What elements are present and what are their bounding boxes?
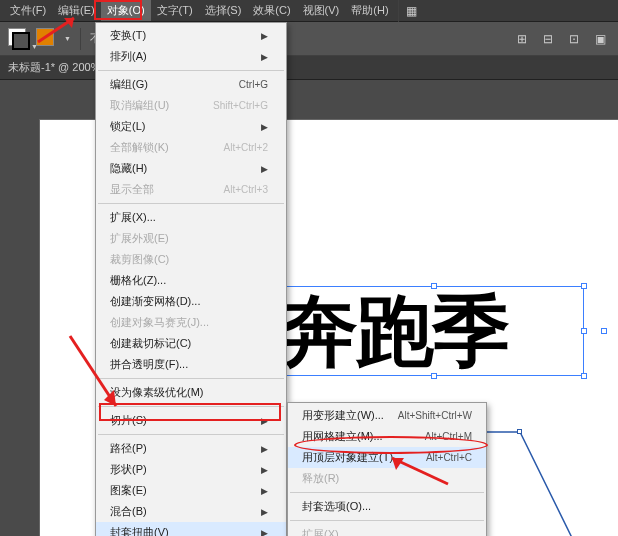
menu-item[interactable]: 创建渐变网格(D)... [96,291,286,312]
menu-separator [98,203,284,204]
submenu-arrow-icon: ▶ [261,528,268,537]
menu-item-label: 创建裁切标记(C) [110,336,191,351]
submenu-item[interactable]: 用网格建立(M)...Alt+Ctrl+M [288,426,486,447]
menu-file[interactable]: 文件(F) [4,0,52,21]
menu-item-label: 切片(S) [110,413,147,428]
submenu-arrow-icon: ▶ [261,444,268,454]
menu-item[interactable]: 设为像素级优化(M) [96,382,286,403]
app-bar-icon[interactable]: ▦ [402,1,422,21]
menu-shortcut: Alt+Ctrl+3 [224,184,268,195]
menu-item-label: 裁剪图像(C) [110,252,169,267]
menu-separator [98,434,284,435]
menu-item-label: 隐藏(H) [110,161,147,176]
submenu-arrow-icon: ▶ [261,486,268,496]
options-bar: ▼ ▼ 不透明度: ▼ ◉ ⊞ ⊟ ⊡ ▣ [0,22,618,56]
menu-item-label: 混合(B) [110,504,147,519]
menu-item-label: 扩展(X)... [110,210,156,225]
menu-effect[interactable]: 效果(C) [247,0,296,21]
envelope-distort-submenu: 用变形建立(W)...Alt+Shift+Ctrl+W用网格建立(M)...Al… [287,402,487,536]
menu-shortcut: Alt+Ctrl+2 [224,142,268,153]
menu-shortcut: Alt+Ctrl+C [426,452,472,463]
submenu-item[interactable]: 用变形建立(W)...Alt+Shift+Ctrl+W [288,405,486,426]
menu-item[interactable]: 隐藏(H)▶ [96,158,286,179]
menu-item[interactable]: 切片(S)▶ [96,410,286,431]
menu-item-label: 显示全部 [110,182,154,197]
menu-item-label: 封套扭曲(V) [110,525,169,536]
submenu-arrow-icon: ▶ [261,31,268,41]
submenu-item-label: 用变形建立(W)... [302,408,384,423]
submenu-item[interactable]: 封套选项(O)... [288,496,486,517]
menu-item-label: 排列(A) [110,49,147,64]
menu-shortcut: Alt+Ctrl+M [425,431,472,442]
submenu-item-label: 扩展(X) [302,527,339,536]
transform-icon[interactable]: ▣ [590,29,610,49]
selection-bounds [284,286,584,376]
submenu-item-label: 封套选项(O)... [302,499,371,514]
menu-item-label: 创建对象马赛克(J)... [110,315,209,330]
submenu-item-label: 释放(R) [302,471,339,486]
bounds-handle[interactable] [581,373,587,379]
menu-item[interactable]: 形状(P)▶ [96,459,286,480]
align-icon[interactable]: ⊞ [512,29,532,49]
submenu-arrow-icon: ▶ [261,122,268,132]
menu-item[interactable]: 锁定(L)▶ [96,116,286,137]
menu-edit[interactable]: 编辑(E) [52,0,101,21]
submenu-item-label: 用网格建立(M)... [302,429,383,444]
menu-separator [98,378,284,379]
submenu-arrow-icon: ▶ [261,465,268,475]
menu-separator [98,70,284,71]
menu-item-label: 锁定(L) [110,119,145,134]
stroke-color-swatch[interactable] [36,28,58,50]
bounds-handle[interactable] [581,328,587,334]
menu-item-label: 栅格化(Z)... [110,273,166,288]
menu-item-label: 图案(E) [110,483,147,498]
menu-item[interactable]: 拼合透明度(F)... [96,354,286,375]
fill-stroke-swatch[interactable]: ▼ [8,28,30,50]
submenu-arrow-icon: ▶ [261,507,268,517]
submenu-item: 释放(R) [288,468,486,489]
menu-separator [98,406,284,407]
menu-item[interactable]: 排列(A)▶ [96,46,286,67]
menu-object[interactable]: 对象(O) [101,0,151,21]
menu-item: 取消编组(U)Shift+Ctrl+G [96,95,286,116]
object-menu-dropdown: 变换(T)▶排列(A)▶编组(G)Ctrl+G取消编组(U)Shift+Ctrl… [95,22,287,536]
menu-separator [290,492,484,493]
align-icon[interactable]: ⊟ [538,29,558,49]
align-icon[interactable]: ⊡ [564,29,584,49]
submenu-item[interactable]: 用顶层对象建立(T)Alt+Ctrl+C [288,447,486,468]
menu-item[interactable]: 扩展(X)... [96,207,286,228]
menu-item[interactable]: 栅格化(Z)... [96,270,286,291]
menu-item[interactable]: 封套扭曲(V)▶ [96,522,286,536]
menu-item[interactable]: 创建裁切标记(C) [96,333,286,354]
menu-shortcut: Alt+Shift+Ctrl+W [398,410,472,421]
menu-shortcut: Ctrl+G [239,79,268,90]
menu-item[interactable]: 路径(P)▶ [96,438,286,459]
document-tab[interactable]: 未标题-1* @ 200% [8,60,100,75]
menu-view[interactable]: 视图(V) [297,0,346,21]
submenu-item: 扩展(X) [288,524,486,536]
bounds-handle-extend[interactable] [601,328,607,334]
menu-item-label: 全部解锁(K) [110,140,169,155]
document-tabs: 未标题-1* @ 200% [0,56,618,80]
menu-item[interactable]: 变换(T)▶ [96,25,286,46]
menu-help[interactable]: 帮助(H) [345,0,394,21]
menu-item: 显示全部Alt+Ctrl+3 [96,179,286,200]
menu-item-label: 变换(T) [110,28,146,43]
bounds-handle[interactable] [431,283,437,289]
menu-item[interactable]: 混合(B)▶ [96,501,286,522]
menu-item: 创建对象马赛克(J)... [96,312,286,333]
menu-item[interactable]: 图案(E)▶ [96,480,286,501]
anchor-point[interactable] [517,429,522,434]
submenu-arrow-icon: ▶ [261,416,268,426]
menu-item[interactable]: 编组(G)Ctrl+G [96,74,286,95]
submenu-arrow-icon: ▶ [261,164,268,174]
menubar-separator [398,0,399,22]
bounds-handle[interactable] [581,283,587,289]
menu-type[interactable]: 文字(T) [151,0,199,21]
menu-shortcut: Shift+Ctrl+G [213,100,268,111]
menu-item-label: 取消编组(U) [110,98,169,113]
bounds-handle[interactable] [431,373,437,379]
menu-separator [290,520,484,521]
menu-select[interactable]: 选择(S) [199,0,248,21]
menu-item-label: 扩展外观(E) [110,231,169,246]
